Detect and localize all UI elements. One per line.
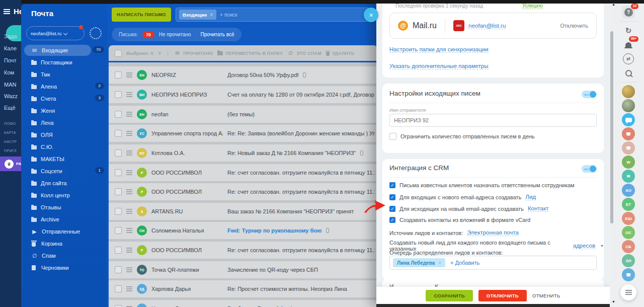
- row-checkbox[interactable]: [115, 149, 122, 157]
- checkbox-checked[interactable]: ✓: [389, 182, 395, 188]
- sidebar-item-wazzup[interactable]: Wazz: [4, 93, 18, 99]
- email-row[interactable]: ХДХарлова ДарьяRe: Просчет стоимости жет…: [109, 280, 377, 297]
- call-blue-button[interactable]: ☎: [622, 268, 635, 281]
- email-row[interactable]: РООО РОССИМВОЛRe: счет согласован. отгру…: [109, 183, 377, 200]
- sidebar-item-mail[interactable]: Почт: [4, 57, 17, 63]
- action-move-to-folder[interactable]: ПЕРЕМЕСТИТЬ В ПАПКУ: [217, 51, 283, 56]
- read-all-button[interactable]: Прочитать всё: [200, 32, 234, 37]
- last-check-status[interactable]: Успешно: [522, 3, 543, 9]
- disconnect-button[interactable]: ОТКЛЮЧИТЬ: [478, 290, 527, 301]
- support-chat-button[interactable]: ⇄: [622, 52, 635, 65]
- contact-avatar[interactable]: АО: [622, 184, 635, 197]
- contact-avatar[interactable]: ЕТ: [622, 198, 635, 211]
- outgoing-toggle[interactable]: вкл: [582, 91, 597, 98]
- sender-name-input[interactable]: НЕОПРИЗ 92: [389, 114, 597, 127]
- toolbar-menu-button[interactable]: [620, 284, 636, 300]
- lead-link[interactable]: Лид: [525, 194, 536, 200]
- sidebar-item-more[interactable]: Ещё: [4, 105, 16, 111]
- group-avatar[interactable]: [622, 85, 635, 98]
- action-mark-read[interactable]: ✉ПРОЧИТАНО: [174, 50, 213, 56]
- scrollbar-thumb[interactable]: [610, 31, 613, 223]
- row-checkbox[interactable]: [115, 111, 122, 118]
- email-row[interactable]: ЕНNEOPRIZДоговор 50на 50% Урфу.pdf: [109, 66, 377, 84]
- row-checkbox[interactable]: [115, 227, 122, 234]
- action-mark-spam[interactable]: ∅ЭТО СПАМ: [287, 50, 321, 56]
- folder-item[interactable]: Алена2: [21, 81, 107, 93]
- sidebar-item-settings[interactable]: НАСТР: [4, 140, 17, 143]
- action-delete[interactable]: УДАЛИТЬ: [326, 51, 354, 56]
- folder-item[interactable]: Колл центр: [21, 189, 107, 201]
- call-button[interactable]: ☎: [622, 127, 635, 140]
- crm-toggle[interactable]: вкл: [582, 165, 597, 173]
- folder-spam[interactable]: ∅Спам: [21, 250, 107, 262]
- chip-remove-icon[interactable]: ×: [438, 260, 441, 266]
- messenger-button[interactable]: [622, 113, 635, 126]
- email-row[interactable]: КОКотлова О.А.Re: Новый заказ Д № 2166 К…: [109, 144, 377, 162]
- crm-check-outgoing-contact[interactable]: ✓Для исходящих на новый email-адрес созд…: [389, 205, 548, 212]
- folder-sent[interactable]: ▶Отправленные: [21, 225, 107, 238]
- limit-checkbox[interactable]: [389, 133, 396, 140]
- row-checkbox[interactable]: [115, 188, 122, 195]
- checkbox-checked[interactable]: ✓: [389, 206, 395, 212]
- folder-trash[interactable]: Корзина: [21, 238, 107, 250]
- folder-inbox[interactable]: ✉Входящие70: [21, 44, 107, 56]
- source-link[interactable]: Электронная почта: [467, 229, 519, 236]
- queue-add-button[interactable]: + Добавить: [450, 260, 479, 266]
- row-checkbox[interactable]: [115, 208, 122, 215]
- row-checkbox[interactable]: [115, 247, 122, 254]
- call-light-button[interactable]: ☎: [622, 141, 635, 155]
- sidebar-item-companies[interactable]: Ком: [4, 69, 14, 75]
- folder-item[interactable]: МАКЕТЫ: [21, 153, 107, 165]
- folder-item[interactable]: ОЛЯ: [21, 129, 107, 141]
- mail-channel-button[interactable]: ✉: [622, 170, 635, 183]
- contact-avatar[interactable]: ЕШ: [622, 212, 635, 225]
- sidebar-item-calendar[interactable]: Кале: [4, 45, 17, 51]
- sidebar-item-mango[interactable]: MAN: [4, 82, 16, 88]
- crm-check-incoming-lead[interactable]: ✓Для входящих с нового email-адреса созд…: [389, 194, 536, 200]
- row-checkbox[interactable]: [115, 305, 122, 307]
- history-button[interactable]: ↻: [622, 24, 635, 37]
- folder-item[interactable]: С.Ю.: [21, 141, 107, 153]
- sync-folders-link[interactable]: Настроить папки для синхронизации: [389, 46, 489, 53]
- row-checkbox[interactable]: [115, 130, 122, 137]
- addresses-link[interactable]: адресов: [573, 243, 595, 249]
- queue-member-chip[interactable]: Лина Лебедева×: [393, 258, 445, 267]
- row-checkbox[interactable]: [115, 285, 122, 292]
- compose-button[interactable]: НАПИСАТЬ ПИСЬМО: [112, 8, 171, 22]
- email-row[interactable]: РООО РОССИМВОЛRe: счет согласован. отгру…: [109, 164, 377, 181]
- folder-item[interactable]: Лена: [21, 117, 107, 129]
- sync-button[interactable]: [90, 27, 102, 39]
- row-checkbox[interactable]: [115, 71, 122, 79]
- folder-item[interactable]: Поставщики: [21, 56, 107, 68]
- crm-logo[interactable]: Не: [4, 7, 23, 16]
- email-row[interactable]: РООО РОССИМВОЛRe: счет согласован. отгру…: [109, 242, 377, 259]
- folder-item[interactable]: Счета3: [21, 93, 107, 105]
- folder-item[interactable]: Отзывы: [21, 201, 107, 213]
- limit-checkbox-row[interactable]: Ограничить количество отправленных писем…: [389, 133, 535, 140]
- disconnect-link[interactable]: Отключить: [560, 23, 588, 29]
- extra-params-link[interactable]: Указать дополнительные параметры: [389, 63, 489, 69]
- sidebar-item-tasks[interactable]: Зада: [4, 33, 17, 39]
- row-checkbox[interactable]: [115, 169, 122, 176]
- contact-avatar[interactable]: ЛЛ: [622, 254, 635, 267]
- email-row[interactable]: ХДХарлова ДарьяRe: баннер Тинькофф.cdr: [109, 300, 377, 307]
- cancel-button[interactable]: ОТМЕНИТЬ: [532, 293, 560, 298]
- email-row[interactable]: ВННЕОПРИЗ НЕОПРИЗСчет на оплату № 1280 о…: [109, 86, 377, 103]
- save-button[interactable]: СОХРАНИТЬ: [426, 290, 472, 301]
- email-row[interactable]: ЕНneofan(без темы): [109, 106, 377, 123]
- contact-avatar[interactable]: СБ: [622, 240, 635, 253]
- burger-menu-icon[interactable]: [4, 11, 10, 12]
- folder-item[interactable]: Женя: [21, 105, 107, 117]
- scroll-down-icon[interactable]: ▼: [612, 300, 615, 303]
- dropdown-arrow-icon[interactable]: ▼: [600, 244, 604, 248]
- sidebar-item-help[interactable]: ПОМО: [4, 122, 16, 125]
- folder-item[interactable]: Для сайта: [21, 177, 107, 189]
- notifications-button[interactable]: 99+: [622, 38, 635, 51]
- crm-check-vcard[interactable]: ✓Создавать контакты из вложений в формат…: [389, 217, 530, 223]
- sidebar-item-invite[interactable]: ПРИГЛ: [4, 149, 17, 152]
- email-row[interactable]: ТОТочка QR-платежиЗачисление по QR-коду …: [109, 261, 377, 278]
- row-checkbox[interactable]: [115, 91, 122, 98]
- folder-drafts[interactable]: Черновики: [21, 262, 107, 274]
- email-row[interactable]: АARTANS.RUВаш заказ № 2166 Компания "НЕО…: [109, 203, 377, 220]
- row-checkbox[interactable]: [115, 266, 122, 273]
